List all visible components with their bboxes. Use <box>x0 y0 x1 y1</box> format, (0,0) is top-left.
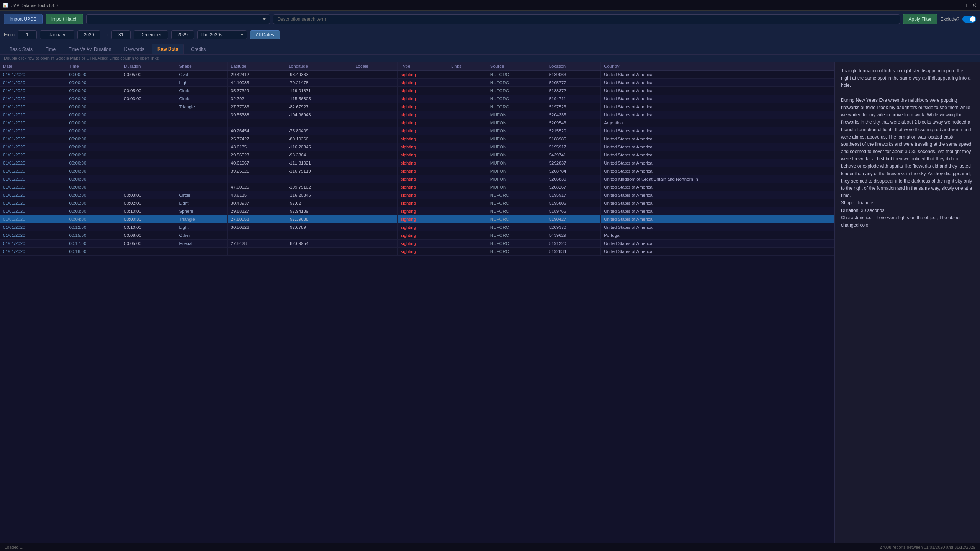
table-cell: NUFORC <box>487 240 546 248</box>
col-header-country[interactable]: Country <box>601 62 834 71</box>
import-updb-button[interactable]: Import UPDB <box>4 14 43 24</box>
from-month-input[interactable] <box>40 30 74 39</box>
table-row[interactable]: 01/01/202000:00:0040.61967-111.81021sigh… <box>0 159 834 167</box>
main-content: DateTimeDurationShapeLatitudeLongitudeLo… <box>0 62 980 543</box>
table-cell: 00:04:00 <box>66 215 121 223</box>
table-cell <box>352 159 398 167</box>
table-cell: 00:00:00 <box>66 175 121 183</box>
exclude-toggle[interactable] <box>962 16 976 23</box>
to-day-input[interactable] <box>111 30 131 39</box>
col-header-location[interactable]: Location <box>546 62 601 71</box>
table-cell: NUFORC <box>487 207 546 215</box>
source-dropdown[interactable] <box>86 14 270 24</box>
table-cell: -70.21478 <box>285 79 352 87</box>
table-cell: -98.3364 <box>285 151 352 159</box>
table-row[interactable]: 01/01/202000:04:0000:00:30Triangle27.800… <box>0 215 834 223</box>
table-row[interactable]: 01/01/202000:01:0000:03:00Circle43.6135-… <box>0 191 834 199</box>
table-row[interactable]: 01/01/202000:00:0029.56523-98.3364sighti… <box>0 151 834 159</box>
table-row[interactable]: 01/01/202000:15:0000:08:00OthersightingN… <box>0 231 834 240</box>
table-row[interactable]: 01/01/202000:18:00sightingNUFORC5192834U… <box>0 248 834 256</box>
col-header-locale[interactable]: Locale <box>352 62 398 71</box>
tab-time[interactable]: Time <box>40 44 61 54</box>
table-row[interactable]: 01/01/202000:00:00sightingMUFON5206830Un… <box>0 175 834 183</box>
table-cell: United States of America <box>601 127 834 135</box>
minimize-button[interactable]: − <box>953 3 959 8</box>
table-row[interactable]: 01/01/202000:00:0047.00025-109.75102sigh… <box>0 183 834 191</box>
table-cell <box>227 119 285 127</box>
decade-select[interactable]: The 2020s <box>197 30 247 39</box>
table-row[interactable]: 01/01/202000:00:0000:03:00Circle32.792-1… <box>0 95 834 103</box>
col-header-source[interactable]: Source <box>487 62 546 71</box>
table-row[interactable]: 01/01/202000:00:00Triangle27.77086-82.67… <box>0 103 834 111</box>
tab-basic-stats[interactable]: Basic Stats <box>4 44 38 54</box>
table-row[interactable]: 01/01/202000:00:0025.77427-80.19366sight… <box>0 135 834 143</box>
close-button[interactable]: ✕ <box>972 3 977 8</box>
table-cell: -97.62 <box>285 199 352 207</box>
table-cell: Light <box>176 199 227 207</box>
col-header-longitude[interactable]: Longitude <box>285 62 352 71</box>
table-cell: -116.20345 <box>285 191 352 199</box>
from-year-input[interactable] <box>77 30 100 39</box>
table-row[interactable]: 01/01/202000:00:0040.26454-75.80409sight… <box>0 127 834 135</box>
table-cell: sighting <box>398 183 448 191</box>
to-month-input[interactable] <box>134 30 168 39</box>
table-cell: 00:00:30 <box>121 215 176 223</box>
table-row[interactable]: 01/01/202000:00:00Light44.10035-70.21478… <box>0 79 834 87</box>
col-header-type[interactable]: Type <box>398 62 448 71</box>
table-row[interactable]: 01/01/202000:00:0000:05:00Oval29.42412-9… <box>0 71 834 79</box>
table-row[interactable]: 01/01/202000:12:0000:10:00Light30.50826-… <box>0 223 834 231</box>
table-cell: 00:00:00 <box>66 79 121 87</box>
table-cell: -109.75102 <box>285 183 352 191</box>
table-cell: 01/01/2020 <box>0 159 66 167</box>
table-row[interactable]: 01/01/202000:00:0000:05:00Circle35.37329… <box>0 87 834 95</box>
import-hatch-button[interactable]: Import Hatch <box>46 14 83 24</box>
table-row[interactable]: 01/01/202000:03:0000:10:00Sphere29.88327… <box>0 207 834 215</box>
table-row[interactable]: 01/01/202000:01:0000:02:00Light30.43937-… <box>0 199 834 207</box>
col-header-time[interactable]: Time <box>66 62 121 71</box>
restore-button[interactable]: □ <box>962 3 968 8</box>
col-header-links[interactable]: Links <box>448 62 487 71</box>
table-cell: 00:05:00 <box>121 87 176 95</box>
col-header-latitude[interactable]: Latitude <box>227 62 285 71</box>
tab-raw-data[interactable]: Raw Data <box>152 44 184 54</box>
table-row[interactable]: 01/01/202000:00:0039.25021-116.75119sigh… <box>0 167 834 175</box>
col-header-shape[interactable]: Shape <box>176 62 227 71</box>
table-cell: MUFON <box>487 127 546 135</box>
table-cell: 01/01/2020 <box>0 151 66 159</box>
to-year-input[interactable] <box>171 30 194 39</box>
table-cell: 01/01/2020 <box>0 191 66 199</box>
table-row[interactable]: 01/01/202000:00:0043.6135-116.20345sight… <box>0 143 834 151</box>
tab-credits[interactable]: Credits <box>185 44 211 54</box>
col-header-date[interactable]: Date <box>0 62 66 71</box>
table-cell: NUFORC <box>487 71 546 79</box>
table-cell <box>121 167 176 175</box>
table-cell: sighting <box>398 135 448 143</box>
table-cell <box>448 240 487 248</box>
from-day-input[interactable] <box>18 30 37 39</box>
table-row[interactable]: 01/01/202000:00:0039.55388-104.96943sigh… <box>0 111 834 119</box>
tab-time-vs-av[interactable]: Time Vs Av. Duration <box>63 44 117 54</box>
status-left: Loaded ... <box>5 545 23 549</box>
table-cell: 00:08:00 <box>121 231 176 240</box>
table-cell <box>227 248 285 256</box>
apply-filter-button[interactable]: Apply Filter <box>903 14 937 24</box>
tab-keywords[interactable]: Keywords <box>118 44 150 54</box>
table-row[interactable]: 01/01/202000:17:0000:05:00Fireball27.842… <box>0 240 834 248</box>
table-cell: 00:00:00 <box>66 127 121 135</box>
table-row[interactable]: 01/01/202000:00:00sightingMUFON5209543Ar… <box>0 119 834 127</box>
table-cell: 01/01/2020 <box>0 167 66 175</box>
table-cell: 43.6135 <box>227 143 285 151</box>
table-cell <box>352 151 398 159</box>
search-input[interactable] <box>273 14 900 24</box>
data-table-area[interactable]: DateTimeDurationShapeLatitudeLongitudeLo… <box>0 62 834 543</box>
detail-panel: Triangle formation of lights in night sk… <box>834 62 980 543</box>
all-dates-button[interactable]: All Dates <box>250 30 280 39</box>
table-cell: -115.56305 <box>285 95 352 103</box>
detail-text: Triangle formation of lights in night sk… <box>841 67 974 229</box>
col-header-duration[interactable]: Duration <box>121 62 176 71</box>
table-cell <box>352 248 398 256</box>
table-cell: NUFORC <box>487 95 546 103</box>
table-cell: 43.6135 <box>227 191 285 199</box>
table-cell: 5206830 <box>546 175 601 183</box>
table-cell: sighting <box>398 207 448 215</box>
